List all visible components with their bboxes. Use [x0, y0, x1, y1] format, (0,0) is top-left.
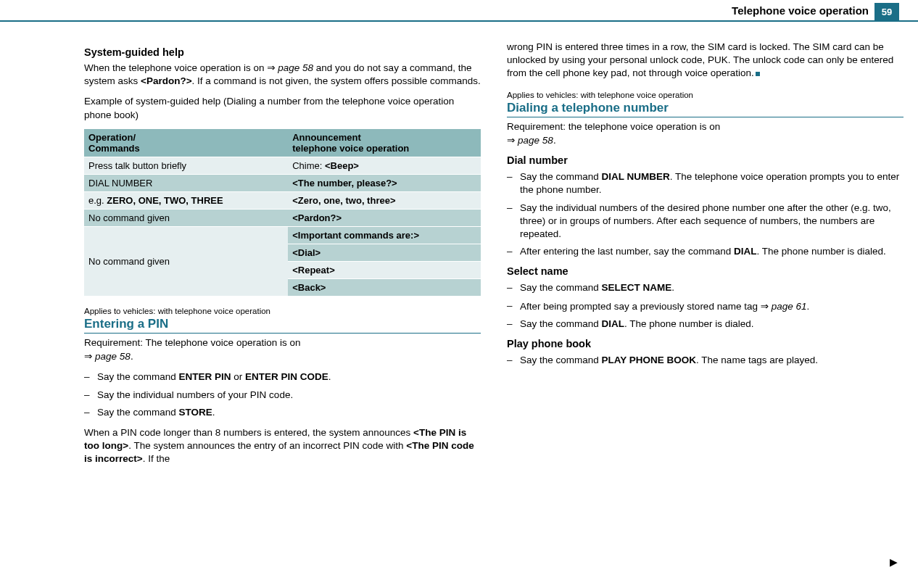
step-list: Say the command ENTER PIN or ENTER PIN C…	[84, 370, 481, 419]
list-item: Say the command SELECT NAME.	[507, 281, 903, 294]
section-title: Entering a PIN	[84, 317, 481, 334]
command: PLAY PHONE BOOK	[602, 355, 697, 365]
cell: DIAL NUMBER	[84, 174, 288, 191]
text: When the telephone voice operation is on	[84, 62, 267, 73]
command: DIAL	[734, 246, 757, 257]
text: . The phone number is dialed.	[624, 318, 753, 329]
th-announcement: Announcement telephone voice operation	[288, 129, 481, 157]
command: DIAL NUMBER	[602, 171, 670, 182]
paragraph: Requirement: the telephone voice operati…	[507, 120, 903, 147]
end-of-section-icon	[756, 72, 760, 76]
list-item: Say the individual numbers of the desire…	[507, 202, 903, 241]
cell: No command given	[84, 209, 288, 226]
list-item: Say the individual numbers of your PIN c…	[84, 389, 481, 402]
cell: e.g. ZERO, ONE, TWO, THREE	[84, 191, 288, 209]
text: .	[131, 351, 133, 362]
step-list: Say the command SELECT NAME. After being…	[507, 281, 903, 331]
applies-note: Applies to vehicles: with telephone voic…	[507, 91, 903, 99]
page: Telephone voice operation 59 System-guid…	[0, 0, 918, 588]
list-item: Say the command ENTER PIN or ENTER PIN C…	[84, 370, 481, 384]
list-item: Say the command STORE.	[84, 406, 481, 419]
text: or	[231, 371, 246, 382]
continue-arrow-icon: ▶	[890, 556, 898, 568]
text: Announcement	[292, 132, 361, 143]
page-ref: page 58	[92, 351, 131, 362]
voice-prompt: <The number, please?>	[288, 174, 481, 191]
voice-prompt: <Important commands are:>	[288, 226, 481, 244]
voice-prompt: <Beep>	[325, 160, 359, 171]
cell: Press talk button briefly	[84, 157, 288, 174]
text: e.g.	[88, 195, 107, 206]
table-row: e.g. ZERO, ONE, TWO, THREE <Zero, one, t…	[84, 191, 481, 209]
text: . The system announces the entry of an i…	[128, 440, 406, 451]
text: .	[671, 282, 674, 293]
page-ref: page 58	[275, 62, 313, 73]
arrow-icon: ⇒	[84, 350, 92, 362]
text: Commands	[88, 143, 140, 154]
chapter-title: Telephone voice operation	[726, 3, 874, 20]
paragraph: When a PIN code longer than 8 numbers is…	[84, 426, 481, 466]
text: wrong PIN is entered three times in a ro…	[507, 41, 893, 78]
header: Telephone voice operation 59	[726, 3, 899, 20]
text: After entering the last number, say the …	[520, 246, 734, 257]
header-divider	[0, 20, 918, 22]
subsection: Dial number	[507, 154, 903, 166]
step-list: Say the command PLAY PHONE BOOK. The nam…	[507, 354, 903, 367]
arrow-icon: ⇒	[267, 62, 275, 73]
text: telephone voice operation	[292, 143, 409, 154]
command: SELECT NAME	[602, 282, 672, 293]
text: .	[807, 301, 810, 312]
section-title: Dialing a telephone number	[507, 101, 903, 117]
table-row: No command given <Pardon?>	[84, 209, 481, 226]
text: Say the command	[520, 171, 602, 182]
paragraph: wrong PIN is entered three times in a ro…	[507, 41, 903, 80]
list-item: Say the command PLAY PHONE BOOK. The nam…	[507, 354, 903, 367]
text: . If the	[143, 453, 170, 464]
commands-table: Operation/ Commands Announcement telepho…	[84, 129, 481, 297]
content-columns: System-guided help When the telephone vo…	[84, 41, 903, 581]
table-row: Press talk button briefly Chime: <Beep>	[84, 157, 481, 174]
cell: Chime: <Beep>	[288, 157, 481, 174]
command: ENTER PIN CODE	[245, 371, 328, 382]
table-row: No command given <Important commands are…	[84, 226, 481, 244]
text: Say the command	[520, 282, 602, 293]
text: . If a command is not given, the system …	[192, 75, 481, 86]
arrow-icon: ⇒	[761, 300, 769, 312]
page-number: 59	[874, 3, 899, 20]
paragraph: When the telephone voice operation is on…	[84, 61, 481, 88]
paragraph: Example of system-guided help (Dialing a…	[84, 95, 481, 121]
command: ZERO, ONE, TWO, THREE	[107, 195, 223, 206]
arrow-icon: ⇒	[507, 134, 515, 146]
page-ref: page 58	[515, 135, 553, 146]
text: Operation/	[88, 132, 136, 143]
command: STORE	[179, 407, 212, 418]
text: When a PIN code longer than 8 numbers is…	[84, 427, 413, 438]
text: Requirement: The telephone voice operati…	[84, 337, 300, 348]
voice-prompt: <Repeat>	[288, 261, 481, 278]
voice-prompt: <Dial>	[288, 244, 481, 261]
text: .	[553, 135, 556, 146]
step-list: Say the command DIAL NUMBER. The telepho…	[507, 170, 903, 258]
text: After being prompted say a previously st…	[520, 301, 761, 312]
list-item: After entering the last number, say the …	[507, 245, 903, 258]
text: . The name tags are played.	[696, 355, 818, 365]
voice-prompt: <Zero, one, two, three>	[288, 191, 481, 209]
text: . The phone number is dialed.	[756, 246, 885, 257]
text: .	[212, 407, 215, 418]
list-item: Say the command DIAL. The phone number i…	[507, 318, 903, 331]
voice-prompt: <Pardon?>	[141, 75, 192, 86]
command: ENTER PIN	[179, 371, 231, 382]
list-item: After being prompted say a previously st…	[507, 299, 903, 313]
command: DIAL	[602, 318, 625, 329]
voice-prompt: <Pardon?>	[288, 209, 481, 226]
voice-prompt: <Back>	[288, 278, 481, 296]
subsection: Play phone book	[507, 338, 903, 349]
paragraph: Requirement: The telephone voice operati…	[84, 336, 481, 363]
page-ref: page 61	[769, 301, 807, 312]
text: Say the command	[520, 355, 602, 365]
text: Say the command	[97, 407, 179, 418]
cell: No command given	[84, 226, 288, 296]
text: .	[328, 371, 331, 382]
list-item: Say the command DIAL NUMBER. The telepho…	[507, 170, 903, 196]
applies-note: Applies to vehicles: with telephone voic…	[84, 307, 481, 315]
